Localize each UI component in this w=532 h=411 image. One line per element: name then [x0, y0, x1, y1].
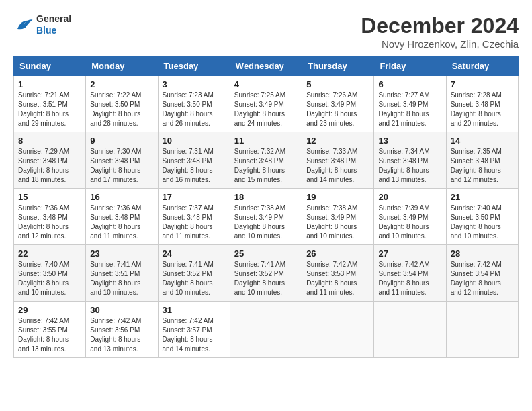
- day-info: Sunrise: 7:35 AMSunset: 3:48 PMDaylight:…: [451, 147, 514, 185]
- logo-bird-icon: [13, 15, 34, 35]
- calendar-day-6: 6Sunrise: 7:27 AMSunset: 3:49 PMDaylight…: [374, 76, 446, 132]
- day-number: 11: [234, 136, 298, 146]
- day-info: Sunrise: 7:28 AMSunset: 3:48 PMDaylight:…: [451, 91, 514, 128]
- day-number: 30: [90, 305, 153, 315]
- calendar-day-11: 11Sunrise: 7:32 AMSunset: 3:48 PMDayligh…: [230, 132, 302, 189]
- day-info: Sunrise: 7:30 AMSunset: 3:48 PMDaylight:…: [90, 147, 153, 185]
- day-number: 19: [306, 192, 369, 202]
- day-number: 20: [378, 192, 441, 202]
- calendar-day-25: 25Sunrise: 7:41 AMSunset: 3:52 PMDayligh…: [230, 245, 302, 302]
- calendar-day-12: 12Sunrise: 7:33 AMSunset: 3:48 PMDayligh…: [302, 132, 374, 189]
- weekday-header-thursday: Thursday: [302, 57, 374, 76]
- day-info: Sunrise: 7:40 AMSunset: 3:50 PMDaylight:…: [451, 203, 514, 241]
- calendar-day-16: 16Sunrise: 7:36 AMSunset: 3:48 PMDayligh…: [86, 189, 158, 245]
- day-info: Sunrise: 7:32 AMSunset: 3:48 PMDaylight:…: [234, 147, 298, 185]
- empty-cell: [230, 302, 302, 358]
- day-number: 26: [306, 248, 369, 259]
- day-info: Sunrise: 7:36 AMSunset: 3:48 PMDaylight:…: [18, 203, 81, 241]
- weekday-header-monday: Monday: [86, 57, 158, 76]
- day-info: Sunrise: 7:27 AMSunset: 3:49 PMDaylight:…: [378, 91, 441, 128]
- day-info: Sunrise: 7:22 AMSunset: 3:50 PMDaylight:…: [90, 91, 153, 128]
- day-number: 10: [163, 136, 226, 146]
- calendar-day-17: 17Sunrise: 7:37 AMSunset: 3:48 PMDayligh…: [158, 189, 230, 245]
- day-info: Sunrise: 7:41 AMSunset: 3:51 PMDaylight:…: [90, 260, 153, 298]
- day-info: Sunrise: 7:29 AMSunset: 3:48 PMDaylight:…: [18, 147, 81, 185]
- day-number: 25: [234, 248, 298, 259]
- calendar-day-3: 3Sunrise: 7:23 AMSunset: 3:50 PMDaylight…: [158, 76, 230, 132]
- day-number: 1: [18, 79, 81, 89]
- calendar-week-1: 1Sunrise: 7:21 AMSunset: 3:51 PMDaylight…: [14, 76, 519, 132]
- weekday-header-friday: Friday: [374, 57, 446, 76]
- day-number: 13: [378, 136, 441, 146]
- calendar-day-26: 26Sunrise: 7:42 AMSunset: 3:53 PMDayligh…: [302, 245, 374, 302]
- day-number: 14: [451, 136, 514, 146]
- day-number: 31: [163, 305, 226, 315]
- logo-line2: Blue: [36, 25, 71, 36]
- day-number: 8: [18, 136, 81, 146]
- calendar-day-8: 8Sunrise: 7:29 AMSunset: 3:48 PMDaylight…: [14, 132, 86, 189]
- calendar-day-27: 27Sunrise: 7:42 AMSunset: 3:54 PMDayligh…: [374, 245, 446, 302]
- calendar-week-3: 15Sunrise: 7:36 AMSunset: 3:48 PMDayligh…: [14, 189, 519, 245]
- weekday-header-sunday: Sunday: [14, 57, 86, 76]
- calendar-week-2: 8Sunrise: 7:29 AMSunset: 3:48 PMDaylight…: [14, 132, 519, 189]
- day-info: Sunrise: 7:42 AMSunset: 3:55 PMDaylight:…: [18, 316, 81, 354]
- day-info: Sunrise: 7:21 AMSunset: 3:51 PMDaylight:…: [18, 91, 81, 128]
- empty-cell: [374, 302, 446, 358]
- day-number: 24: [163, 248, 226, 259]
- day-number: 27: [378, 248, 441, 259]
- calendar-table: SundayMondayTuesdayWednesdayThursdayFrid…: [13, 56, 519, 358]
- day-number: 9: [90, 136, 153, 146]
- day-info: Sunrise: 7:42 AMSunset: 3:57 PMDaylight:…: [163, 316, 226, 354]
- day-info: Sunrise: 7:42 AMSunset: 3:53 PMDaylight:…: [306, 260, 369, 298]
- weekday-header-wednesday: Wednesday: [230, 57, 302, 76]
- calendar-day-5: 5Sunrise: 7:26 AMSunset: 3:49 PMDaylight…: [302, 76, 374, 132]
- logo-line1: General: [36, 13, 71, 25]
- calendar-day-18: 18Sunrise: 7:38 AMSunset: 3:49 PMDayligh…: [230, 189, 302, 245]
- day-info: Sunrise: 7:42 AMSunset: 3:54 PMDaylight:…: [451, 260, 514, 298]
- location-title: Novy Hrozenkov, Zlin, Czechia: [361, 38, 519, 50]
- day-info: Sunrise: 7:25 AMSunset: 3:49 PMDaylight:…: [234, 91, 298, 128]
- logo: General Blue: [13, 13, 71, 36]
- calendar-day-28: 28Sunrise: 7:42 AMSunset: 3:54 PMDayligh…: [446, 245, 518, 302]
- calendar-day-23: 23Sunrise: 7:41 AMSunset: 3:51 PMDayligh…: [86, 245, 158, 302]
- day-number: 22: [18, 248, 81, 259]
- day-info: Sunrise: 7:38 AMSunset: 3:49 PMDaylight:…: [234, 203, 298, 241]
- day-number: 7: [451, 79, 514, 89]
- weekday-header-row: SundayMondayTuesdayWednesdayThursdayFrid…: [14, 57, 519, 76]
- day-info: Sunrise: 7:37 AMSunset: 3:48 PMDaylight:…: [163, 203, 226, 241]
- calendar-day-1: 1Sunrise: 7:21 AMSunset: 3:51 PMDaylight…: [14, 76, 86, 132]
- day-number: 17: [163, 192, 226, 202]
- calendar-day-13: 13Sunrise: 7:34 AMSunset: 3:48 PMDayligh…: [374, 132, 446, 189]
- day-number: 28: [451, 248, 514, 259]
- day-number: 2: [90, 79, 153, 89]
- calendar-day-21: 21Sunrise: 7:40 AMSunset: 3:50 PMDayligh…: [446, 189, 518, 245]
- calendar-day-30: 30Sunrise: 7:42 AMSunset: 3:56 PMDayligh…: [86, 302, 158, 358]
- calendar-day-31: 31Sunrise: 7:42 AMSunset: 3:57 PMDayligh…: [158, 302, 230, 358]
- calendar-day-4: 4Sunrise: 7:25 AMSunset: 3:49 PMDaylight…: [230, 76, 302, 132]
- calendar-week-5: 29Sunrise: 7:42 AMSunset: 3:55 PMDayligh…: [14, 302, 519, 358]
- day-info: Sunrise: 7:38 AMSunset: 3:49 PMDaylight:…: [306, 203, 369, 241]
- calendar-day-14: 14Sunrise: 7:35 AMSunset: 3:48 PMDayligh…: [446, 132, 518, 189]
- day-number: 12: [306, 136, 369, 146]
- calendar-day-7: 7Sunrise: 7:28 AMSunset: 3:48 PMDaylight…: [446, 76, 518, 132]
- calendar-day-22: 22Sunrise: 7:40 AMSunset: 3:50 PMDayligh…: [14, 245, 86, 302]
- day-info: Sunrise: 7:39 AMSunset: 3:49 PMDaylight:…: [378, 203, 441, 241]
- calendar-day-10: 10Sunrise: 7:31 AMSunset: 3:48 PMDayligh…: [158, 132, 230, 189]
- calendar-day-2: 2Sunrise: 7:22 AMSunset: 3:50 PMDaylight…: [86, 76, 158, 132]
- day-info: Sunrise: 7:36 AMSunset: 3:48 PMDaylight:…: [90, 203, 153, 241]
- empty-cell: [446, 302, 518, 358]
- day-number: 23: [90, 248, 153, 259]
- day-number: 6: [378, 79, 441, 89]
- day-number: 4: [234, 79, 298, 89]
- calendar-day-29: 29Sunrise: 7:42 AMSunset: 3:55 PMDayligh…: [14, 302, 86, 358]
- month-title: December 2024: [361, 13, 519, 38]
- calendar-day-15: 15Sunrise: 7:36 AMSunset: 3:48 PMDayligh…: [14, 189, 86, 245]
- day-info: Sunrise: 7:26 AMSunset: 3:49 PMDaylight:…: [306, 91, 369, 128]
- day-info: Sunrise: 7:42 AMSunset: 3:54 PMDaylight:…: [378, 260, 441, 298]
- day-number: 3: [163, 79, 226, 89]
- day-number: 5: [306, 79, 369, 89]
- day-info: Sunrise: 7:31 AMSunset: 3:48 PMDaylight:…: [163, 147, 226, 185]
- day-number: 29: [18, 305, 81, 315]
- weekday-header-tuesday: Tuesday: [158, 57, 230, 76]
- calendar-day-19: 19Sunrise: 7:38 AMSunset: 3:49 PMDayligh…: [302, 189, 374, 245]
